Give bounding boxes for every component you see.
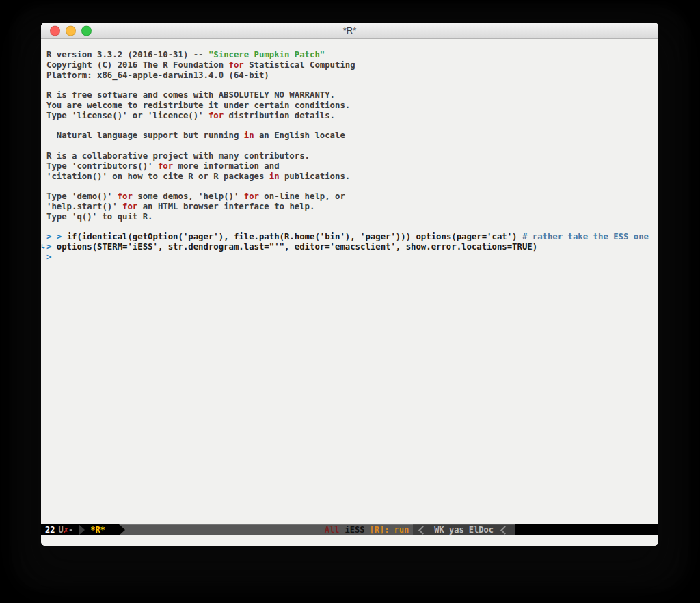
- text-segment: an HTML browser interface to help.: [137, 202, 314, 211]
- buffer-line: [46, 80, 657, 90]
- buffer-line: Natural language support but running in …: [46, 131, 657, 141]
- text-segment: more information and: [173, 161, 279, 171]
- text-segment: # rather take the ESS one: [522, 232, 649, 241]
- line-number-indicator: 22: [45, 524, 55, 535]
- modified-flag-icon[interactable]: ✗: [64, 524, 68, 535]
- buffer-line: ↳> options(STERM='iESS', str.dendrogram.…: [46, 242, 657, 252]
- buffer-line: >: [46, 252, 657, 263]
- buffer-line: > > if(identical(getOption('pager'), fil…: [46, 232, 657, 242]
- r-console-buffer[interactable]: R version 3.3.2 (2016-10-31) -- "Sincere…: [41, 39, 658, 524]
- text-segment: in: [269, 172, 280, 181]
- coding-flag: U: [58, 524, 63, 535]
- text-segment: on-line help, or: [259, 191, 345, 201]
- separator-arrow-icon: [119, 524, 125, 535]
- buffer-line: Platform: x86_64-apple-darwin13.4.0 (64-…: [46, 70, 657, 81]
- text-segment: R is a collaborative project with many c…: [46, 151, 310, 161]
- buffer-line: [46, 181, 657, 191]
- window-title: *R*: [343, 25, 357, 36]
- text-segment: publications.: [280, 172, 351, 181]
- text-segment: Platform: x86_64-apple-darwin13.4.0 (64-…: [46, 70, 269, 80]
- text-segment: some demos, 'help()': [133, 191, 244, 201]
- modeline-left-segment: 22 U ✗ - *R*: [41, 524, 119, 535]
- modeline-center-segment: All iESS [R]: run: [119, 524, 413, 535]
- text-segment: Type 'contributors()': [46, 161, 158, 171]
- process-status-indicator: [R]: run: [370, 524, 409, 535]
- text-segment: if(identical(getOption('pager'), file.pa…: [67, 232, 522, 241]
- text-segment: Type 'demo()': [46, 191, 118, 201]
- buffer-line: Copyright (C) 2016 The R Foundation for …: [46, 60, 657, 70]
- text-segment: 'help.start()': [46, 202, 122, 211]
- text-segment: Natural language support but running: [46, 131, 244, 140]
- buffer-line: Type 'demo()' for some demos, 'help()' f…: [46, 191, 657, 202]
- chevron-left-icon: [418, 526, 427, 535]
- traffic-lights: [50, 25, 92, 36]
- buffer-line: R is a collaborative project with many c…: [46, 151, 657, 161]
- buffer-line: You are welcome to redistribute it under…: [46, 100, 657, 111]
- text-segment: for: [158, 161, 173, 171]
- buffer-line: R is free software and comes with ABSOLU…: [46, 90, 657, 100]
- buffer-line: Type 'license()' or 'licence()' for dist…: [46, 111, 657, 121]
- close-icon[interactable]: [50, 25, 60, 36]
- buffer-position-indicator: All: [325, 524, 340, 535]
- readonly-flag[interactable]: -: [68, 524, 73, 535]
- text-segment: for: [244, 191, 259, 201]
- text-segment: for: [118, 191, 133, 201]
- text-segment: >: [46, 242, 57, 252]
- mode-line: 22 U ✗ - *R* All iESS [R]: run WK yas El…: [41, 524, 658, 535]
- text-segment: Statistical Computing: [244, 60, 355, 70]
- separator-arrow-icon: [79, 524, 85, 535]
- text-segment: "Sincere Pumpkin Patch": [208, 50, 325, 59]
- modeline-buffer-name[interactable]: *R*: [90, 524, 105, 535]
- text-segment: an English locale: [254, 131, 345, 140]
- buffer-line: 'help.start()' for an HTML browser inter…: [46, 202, 657, 212]
- text-segment: 'citation()' on how to cite R or R packa…: [46, 172, 269, 181]
- modeline-right-filler: [515, 524, 658, 535]
- text-segment: distribution details.: [224, 111, 335, 120]
- minor-modes-indicator[interactable]: WK yas ElDoc: [434, 524, 494, 535]
- text-segment: R is free software and comes with ABSOLU…: [46, 90, 335, 100]
- buffer-line: [46, 222, 657, 232]
- chevron-left-icon: [500, 526, 509, 535]
- text-segment: You are welcome to redistribute it under…: [46, 100, 350, 110]
- text-segment: R version 3.3.2 (2016-10-31) --: [46, 50, 208, 59]
- text-segment: >: [46, 252, 51, 262]
- buffer-line: Type 'contributors()' for more informati…: [46, 161, 657, 172]
- text-segment: Type 'q()' to quit R.: [46, 212, 152, 222]
- title-bar[interactable]: *R*: [41, 23, 658, 39]
- zoom-icon[interactable]: [81, 25, 92, 36]
- text-segment: for: [122, 202, 137, 211]
- text-segment: for: [229, 60, 244, 70]
- buffer-line: [46, 141, 657, 151]
- buffer-line: 'citation()' on how to cite R or R packa…: [46, 172, 657, 182]
- echo-area[interactable]: [41, 535, 658, 546]
- text-segment: for: [208, 111, 224, 120]
- text-segment: Type 'license()' or 'licence()': [46, 111, 208, 120]
- minimize-icon[interactable]: [66, 25, 76, 36]
- emacs-window: *R* R version 3.3.2 (2016-10-31) -- "Sin…: [41, 23, 658, 546]
- major-mode-indicator[interactable]: iESS: [345, 524, 365, 535]
- text-segment: > >: [46, 232, 67, 241]
- buffer-line: Type 'q()' to quit R.: [46, 212, 657, 222]
- modeline-minor-modes-segment: WK yas ElDoc: [413, 524, 515, 535]
- buffer-line: [46, 121, 657, 131]
- text-segment: in: [244, 131, 254, 140]
- line-wrap-icon: ↳: [41, 242, 45, 252]
- buffer-line: R version 3.3.2 (2016-10-31) -- "Sincere…: [46, 50, 657, 60]
- text-segment: Copyright (C) 2016 The R Foundation: [46, 60, 229, 70]
- text-segment: options(STERM='iESS', str.dendrogram.las…: [57, 242, 537, 252]
